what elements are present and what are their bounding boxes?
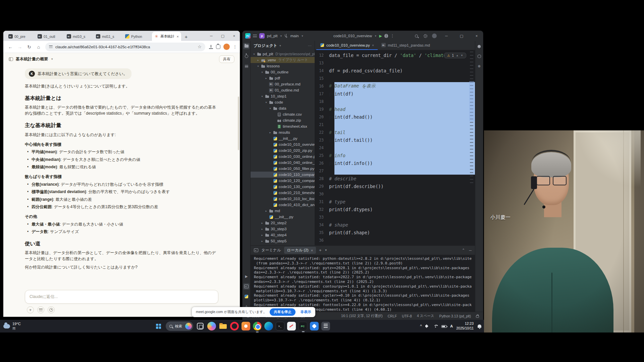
tree-item-code10_130_compare_4_cities_upda[interactable]: code10_130_compare_4_cities_upda bbox=[251, 184, 315, 190]
start-button[interactable] bbox=[154, 322, 163, 330]
tree-item-code[interactable]: ▾code bbox=[251, 99, 315, 105]
sidebar-toggle-icon[interactable] bbox=[9, 57, 13, 61]
editor-tab[interactable]: md11_step1_pandas.md bbox=[378, 41, 434, 50]
browser-tab[interactable]: M↓md10_s bbox=[64, 32, 94, 41]
tree-item-results[interactable]: ▸results bbox=[251, 129, 315, 135]
browser-maximize-button[interactable]: ▢ bbox=[217, 31, 228, 41]
tree-item-.venv[interactable]: ▸.venvライブラリ ルート bbox=[251, 57, 315, 63]
editor-minimap[interactable] bbox=[470, 52, 474, 239]
main-menu-icon[interactable] bbox=[253, 35, 257, 37]
extensions-icon[interactable] bbox=[216, 45, 220, 49]
share-button[interactable]: 共有 bbox=[219, 55, 234, 63]
tools-button[interactable] bbox=[37, 306, 44, 313]
tree-item-lessons[interactable]: ▾lessons bbox=[251, 63, 315, 69]
tree-item-00_outline[interactable]: ▾00_outline bbox=[251, 69, 315, 75]
lock-icon[interactable] bbox=[476, 315, 479, 318]
reply-input[interactable]: Claudeに返信... bbox=[25, 290, 218, 304]
taskbar-app-task-view[interactable] bbox=[197, 323, 204, 329]
search-everywhere-icon[interactable] bbox=[413, 33, 420, 39]
taskbar-app-chrome[interactable] bbox=[253, 322, 262, 330]
tab-close-icon[interactable]: × bbox=[177, 35, 179, 39]
taskbar-app-copilot[interactable] bbox=[207, 322, 216, 330]
tree-item-code10_120_compare_4_cities.py[interactable]: code10_120_compare_4_cities.py bbox=[251, 178, 315, 184]
indent-setting[interactable]: 4 スペース bbox=[417, 314, 434, 318]
close-icon[interactable]: × bbox=[311, 248, 313, 252]
tree-item-code10_020_zip.py[interactable]: code10_020_zip.py bbox=[251, 147, 315, 154]
browser-tab[interactable]: Python bbox=[123, 32, 152, 41]
tree-item-pdf[interactable]: ▸pdf bbox=[251, 75, 315, 81]
chat-scrollbar[interactable] bbox=[238, 97, 239, 150]
new-tab-button[interactable]: + bbox=[182, 33, 190, 40]
project-selector[interactable]: pd_plt bbox=[267, 34, 277, 38]
tree-item-timesheet.xlsx[interactable]: timesheet.xlsx bbox=[251, 123, 315, 129]
tree-item-climate.csv[interactable]: climate.csv bbox=[251, 111, 315, 117]
browser-tab[interactable]: M↓md11_s bbox=[94, 32, 123, 41]
branch-selector[interactable]: main bbox=[290, 34, 299, 38]
tree-item-code10_410_dict_and_json.py[interactable]: code10_410_dict_and_json.py bbox=[251, 202, 315, 208]
tree-chevron-icon[interactable]: ▾ bbox=[261, 71, 264, 74]
python-packages-tool-icon[interactable] bbox=[243, 293, 250, 300]
speaker-icon[interactable] bbox=[425, 324, 430, 328]
tree-item-00_preface.md[interactable]: 00_preface.md bbox=[251, 81, 315, 87]
tree-chevron-icon[interactable]: ▾ bbox=[261, 95, 264, 98]
pycharm-close-button[interactable]: × bbox=[470, 31, 483, 41]
code-editor[interactable]: ⚠ 1 ▲ ▼ 12data_file = current_dir / 'dat… bbox=[315, 50, 475, 245]
expand-panel-icon[interactable]: ⌃ bbox=[462, 248, 465, 252]
tree-item-code10_040_online_zip.py[interactable]: code10_040_online_zip.py bbox=[251, 160, 315, 166]
taskbar-app-whiteboard[interactable] bbox=[287, 322, 296, 330]
tree-chevron-icon[interactable]: ▸ bbox=[265, 77, 268, 80]
database-tool-icon[interactable] bbox=[476, 53, 482, 59]
structure-tool-icon[interactable] bbox=[243, 63, 250, 69]
tree-chevron-icon[interactable]: ▾ bbox=[265, 101, 268, 104]
pycharm-minimize-button[interactable]: ─ bbox=[440, 31, 453, 41]
notifications-tool-icon[interactable] bbox=[476, 43, 482, 49]
add-attachment-button[interactable]: + bbox=[27, 306, 34, 313]
project-panel-header[interactable]: プロジェクト ▼ ⋯ bbox=[251, 41, 315, 50]
tree-chevron-icon[interactable]: ▸ bbox=[261, 240, 264, 243]
tree-item-code10_210_timesheet.py[interactable]: code10_210_timesheet.py bbox=[251, 190, 315, 196]
tree-chevron-icon[interactable]: ▸ bbox=[269, 131, 272, 134]
browser-close-button[interactable]: × bbox=[228, 31, 240, 41]
tree-item-code10_030_online.py[interactable]: code10_030_online.py bbox=[251, 154, 315, 160]
settings-icon[interactable] bbox=[422, 33, 429, 39]
taskbar-app-pycharm[interactable] bbox=[299, 322, 307, 330]
taskbar-app-calculator[interactable] bbox=[321, 322, 330, 330]
tree-chevron-icon[interactable]: ▸ bbox=[265, 209, 268, 213]
tree-item-code10_310_loc_iloc.py[interactable]: code10_310_loc_iloc.py bbox=[251, 196, 315, 202]
more-actions-icon[interactable]: ⋮ bbox=[390, 34, 394, 38]
inspection-widget[interactable]: ⚠ 1 ▲ ▼ bbox=[444, 53, 466, 58]
terminal-tab[interactable]: ローカル (2) × bbox=[284, 247, 316, 254]
terminal-tool-icon[interactable] bbox=[243, 283, 250, 290]
taskbar-app-explorer[interactable] bbox=[219, 322, 227, 330]
reload-button[interactable]: ↻ bbox=[25, 43, 34, 51]
caret-position[interactable]: 16:1 (102 文字, 12 行選択) bbox=[341, 314, 383, 318]
browser-tab[interactable]: ✳基本統計× bbox=[152, 32, 181, 41]
back-button[interactable]: ← bbox=[6, 43, 15, 51]
tree-item-data[interactable]: ▾data bbox=[251, 105, 315, 111]
battery-icon[interactable] bbox=[441, 325, 447, 328]
browser-tab[interactable]: M↓00_pre bbox=[6, 32, 35, 41]
tree-item-__init__.py[interactable]: __init__.py bbox=[251, 214, 315, 220]
tree-item-code10_110_compare_2_cities.py[interactable]: code10_110_compare_2_cities.py bbox=[251, 172, 315, 178]
home-button[interactable]: ⌂ bbox=[34, 43, 43, 51]
panel-options-icon[interactable]: ⋯ bbox=[308, 44, 312, 48]
weather-widget[interactable]: 19°C 雨 bbox=[3, 322, 21, 330]
line-ending[interactable]: CRLF bbox=[388, 314, 397, 318]
taskbar-search[interactable]: 検索 bbox=[166, 321, 193, 331]
hide-panel-icon[interactable]: ─ bbox=[469, 248, 472, 252]
tree-chevron-icon[interactable]: ▸ bbox=[261, 228, 264, 231]
run-button[interactable]: ▶ bbox=[379, 34, 382, 38]
browser-menu-icon[interactable]: ⋮ bbox=[233, 44, 237, 49]
notifications-bell-icon[interactable] bbox=[478, 324, 481, 328]
taskbar-app-opera[interactable] bbox=[230, 322, 239, 330]
tab-close-icon[interactable]: × bbox=[372, 43, 374, 47]
ime-mode[interactable]: A bbox=[450, 324, 453, 328]
editor-tab[interactable]: code10_010_overview.py× bbox=[316, 41, 378, 50]
taskbar-app-mail[interactable] bbox=[241, 322, 250, 330]
site-settings-icon[interactable] bbox=[49, 45, 53, 48]
hide-banner-button[interactable]: 非表示 bbox=[299, 308, 313, 316]
tree-chevron-icon[interactable]: ▸ bbox=[261, 222, 264, 225]
url-bar[interactable]: claude.ai/chat/86a62e01-93c4-4167-b25c-e… bbox=[45, 43, 205, 51]
tree-item-md[interactable]: ▸md bbox=[251, 208, 315, 214]
run-config-selector[interactable]: code10_010_overview bbox=[333, 34, 372, 38]
